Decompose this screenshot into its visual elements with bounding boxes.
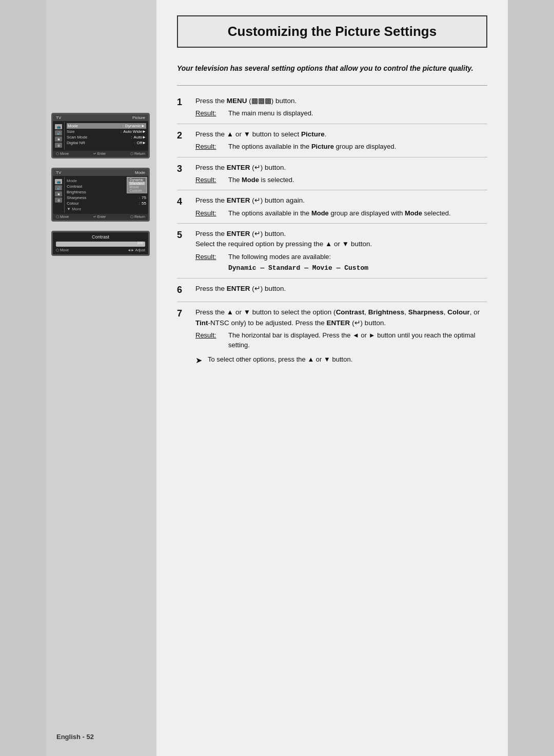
step-6-main: Press the ENTER (↵) button. (195, 284, 487, 294)
tv-icon-2: 🔊 (55, 130, 62, 135)
contrast-footer: ⬡ Move ◄► Adjust (56, 248, 145, 252)
mode-line: Dynamic — Standard — Movie — Custom (228, 263, 368, 273)
step-5-content: Press the ENTER (↵) button. Select the r… (195, 229, 487, 273)
step-4-result-text: The options available in the Mode group … (228, 208, 451, 218)
tv-screen-3: Contrast 100 ⬡ Move ◄► Adjust (51, 231, 150, 256)
step-2-result-label: Result: (195, 142, 225, 152)
tv-icon2-2: 🔊 (55, 185, 62, 190)
step-4-result: Result: The options available in the Mod… (195, 208, 487, 218)
step-5-result: Result: The following modes are availabl… (195, 252, 487, 273)
tv-screen2-footer: ⬡ Move ↵ Enter ⬡ Return (53, 214, 148, 220)
steps-list: 1 Press the MENU (▩▩▩) button. Result: T… (177, 91, 487, 372)
main-content: Customizing the Picture Settings Your te… (156, 0, 508, 392)
step-2-result-text: The options available in the Picture gro… (228, 142, 396, 152)
step-2-content: Press the ▲ or ▼ button to select Pictur… (195, 129, 487, 152)
step-3-result-label: Result: (195, 175, 225, 185)
step-4-result-label: Result: (195, 208, 225, 218)
page-title-box: Customizing the Picture Settings (177, 15, 487, 48)
tv-icon-4: ⚙ (55, 143, 62, 148)
intro-text: Your television has several setting opti… (177, 63, 487, 74)
tv-screen1-body: 📺 🔊 ✖ ⚙ Mode : Dynamic ► Size (53, 121, 148, 151)
tv-screen1-title: Picture (132, 115, 145, 120)
tv-screen1-menu: Mode : Dynamic ► Size : Auto Wide ► (65, 122, 148, 150)
tv-icon2-3: ✖ (55, 191, 62, 196)
page-title: Customizing the Picture Settings (188, 24, 476, 39)
tv-screen2-header: TV Mode (53, 169, 148, 176)
step-1-main: Press the MENU (▩▩▩) button. (195, 96, 487, 106)
tv-screen2-title: Mode (135, 170, 145, 175)
tv-screen1-header: TV Picture (53, 114, 148, 121)
tv-screen2-icons: 📺 🔊 ✖ ⚙ (53, 177, 65, 213)
step-7-result-text: The horizontal bar is displayed. Press t… (228, 330, 487, 350)
step-1: 1 Press the MENU (▩▩▩) button. Result: T… (177, 91, 487, 124)
step-3-number: 3 (177, 163, 191, 175)
tv-icon-3: ✖ (55, 136, 62, 142)
step-4-number: 4 (177, 195, 191, 208)
step-5: 5 Press the ENTER (↵) button. Select the… (177, 224, 487, 278)
step-1-result: Result: The main menu is displayed. (195, 108, 487, 118)
tv-menu-row-mode: Mode : Dynamic ► (67, 123, 146, 129)
contrast-value: 100 (137, 241, 143, 245)
divider-top (177, 85, 487, 86)
step-4-main: Press the ENTER (↵) button again. (195, 195, 487, 206)
tv-screen2-menu: Mode Dynamic Standard Movie Custom Contr… (65, 177, 148, 213)
contrast-bar: 100 (56, 242, 145, 247)
step-5-result-label: Result: (195, 252, 225, 262)
step-2-number: 2 (177, 129, 191, 142)
sidebar: TV Picture 📺 🔊 ✖ ⚙ Mode : Dynamic (46, 0, 156, 756)
step-7-content: Press the ▲ or ▼ button to select the op… (195, 307, 487, 367)
tv-menu2-more: ▼ More (67, 206, 146, 212)
tv-screen1-icons: 📺 🔊 ✖ ⚙ (53, 122, 65, 150)
contrast-title: Contrast (56, 234, 145, 240)
sidebar-screens: TV Picture 📺 🔊 ✖ ⚙ Mode : Dynamic (46, 103, 156, 266)
tv-screen-2: TV Mode 📺 🔊 ✖ ⚙ Mode Dynamic (51, 168, 150, 222)
step-7-main: Press the ▲ or ▼ button to select the op… (195, 307, 487, 328)
tv-menu2-sharpness: Sharpness : 75 (67, 195, 146, 201)
step-2: 2 Press the ▲ or ▼ button to select Pict… (177, 124, 487, 157)
tip-arrow-icon: ➤ (195, 354, 205, 367)
step-4: 4 Press the ENTER (↵) button again. Resu… (177, 190, 487, 224)
step-3-content: Press the ENTER (↵) button. Result: The … (195, 163, 487, 185)
step-5-result-text: The following modes are available: (228, 253, 331, 261)
tip-text: To select other options, press the ▲ or … (208, 354, 352, 365)
step-6-number: 6 (177, 284, 191, 296)
tv-icon2-4: ⚙ (55, 197, 62, 203)
step-3: 3 Press the ENTER (↵) button. Result: Th… (177, 157, 487, 191)
step-6: 6 Press the ENTER (↵) button. (177, 278, 487, 302)
step-7-number: 7 (177, 307, 191, 320)
tv-menu2-mode: Mode Dynamic Standard Movie Custom (67, 178, 146, 184)
page: TV Picture 📺 🔊 ✖ ⚙ Mode : Dynamic (46, 0, 508, 756)
step-4-content: Press the ENTER (↵) button again. Result… (195, 195, 487, 218)
step-3-main: Press the ENTER (↵) button. (195, 163, 487, 173)
step-2-result: Result: The options available in the Pic… (195, 142, 487, 152)
tv-icon2-1: 📺 (55, 179, 62, 184)
tv-screen1-label: TV (56, 115, 61, 120)
step-7-result-label: Result: (195, 330, 225, 341)
tv-screen2-body: 📺 🔊 ✖ ⚙ Mode Dynamic Standard Movie (53, 176, 148, 214)
step-5-number: 5 (177, 229, 191, 242)
contrast-bar-fill (56, 242, 145, 247)
tv-screen-1: TV Picture 📺 🔊 ✖ ⚙ Mode : Dynamic (51, 113, 150, 158)
page-footer: English - 52 (56, 733, 94, 741)
step-7: 7 Press the ▲ or ▼ button to select the … (177, 302, 487, 372)
step-1-result-label: Result: (195, 108, 225, 118)
tv-menu-row-dnr: Digital NR : Off ► (67, 140, 146, 146)
tv-screen1-footer: ⬡ Move ↵ Enter ⬡ Return (53, 151, 148, 157)
step-6-content: Press the ENTER (↵) button. (195, 284, 487, 296)
tv-icon-1: 📺 (55, 124, 62, 129)
step-2-main: Press the ▲ or ▼ button to select Pictur… (195, 129, 487, 140)
step-1-result-text: The main menu is displayed. (228, 108, 313, 118)
step-7-result: Result: The horizontal bar is displayed.… (195, 330, 487, 350)
tv-menu-row-scan: Scan Mode : Auto ► (67, 134, 146, 140)
step-1-content: Press the MENU (▩▩▩) button. Result: The… (195, 96, 487, 118)
step-3-result-text: The Mode is selected. (228, 175, 294, 185)
step-3-result: Result: The Mode is selected. (195, 175, 487, 185)
tv-screen2-label: TV (56, 170, 61, 175)
tip-line: ➤ To select other options, press the ▲ o… (195, 354, 487, 367)
step-1-number: 1 (177, 96, 191, 109)
step-5-main: Press the ENTER (↵) button. Select the r… (195, 229, 487, 250)
tv-menu2-colour: Colour : 55 (67, 201, 146, 206)
tv-menu-row-size: Size : Auto Wide ► (67, 129, 146, 134)
